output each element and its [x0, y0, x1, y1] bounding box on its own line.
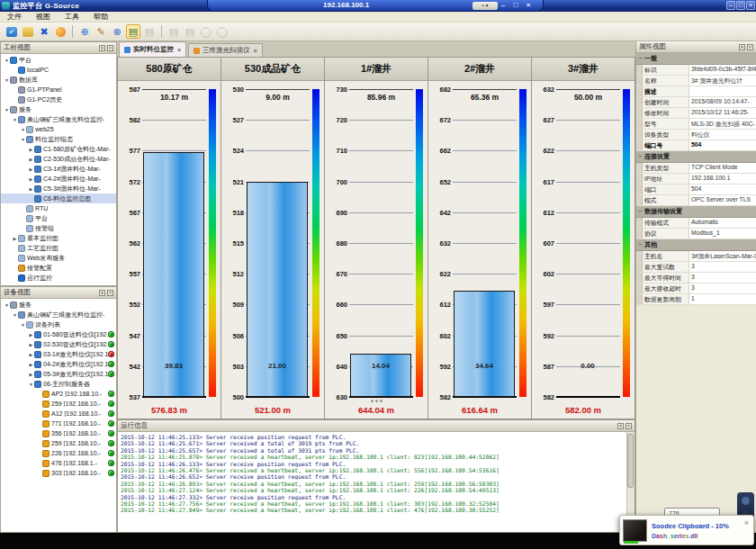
- tree-item[interactable]: ▼平台: [1, 55, 116, 65]
- user-online-icon[interactable]: ✔: [4, 24, 19, 39]
- tree-item[interactable]: ▼服务: [1, 104, 116, 114]
- property-row[interactable]: 最大重试数3: [636, 262, 756, 273]
- tree-item[interactable]: ▼料位监控组态: [1, 134, 116, 144]
- rdp-minimize-button[interactable]: –: [498, 1, 508, 9]
- tree-item[interactable]: ▶01-580雷达料位仪[192.16-: [1, 329, 116, 339]
- tree-item[interactable]: localPC: [1, 65, 116, 75]
- property-row[interactable]: 创建时间2015/08/09 10:14:47-: [636, 97, 756, 108]
- add-icon[interactable]: ⊕: [77, 24, 92, 39]
- tab-close-icon[interactable]: ×: [254, 48, 257, 54]
- panel-pin-icon[interactable]: ▾: [99, 45, 105, 51]
- tree-item[interactable]: A12 [192.168.10.-: [1, 409, 116, 418]
- tree-item[interactable]: ▼06-主控制服务器: [1, 379, 116, 389]
- tree-item[interactable]: ▼数据库: [1, 75, 116, 85]
- delete-icon[interactable]: ⊗: [110, 24, 124, 39]
- collapse-icon[interactable]: ▼: [4, 302, 10, 308]
- tab-2[interactable]: 三维激光扫描仪×: [188, 43, 263, 57]
- collapse-icon[interactable]: ▼: [20, 127, 26, 132]
- property-row[interactable]: 修改时间2015/10/12 11:46:25-: [636, 108, 756, 119]
- expand-icon[interactable]: ▶: [28, 342, 34, 347]
- tree-item[interactable]: ▶02-530雷达料位仪[192.16-: [1, 339, 116, 349]
- property-section[interactable]: −连接设置: [636, 151, 756, 163]
- property-section[interactable]: −数据传输设置: [636, 206, 756, 218]
- expand-icon[interactable]: ▶: [28, 362, 34, 367]
- property-section[interactable]: −其他: [636, 239, 756, 251]
- disconnect-icon[interactable]: ✖: [37, 24, 51, 39]
- property-row[interactable]: 主机类型TCP Client Mode: [636, 163, 756, 174]
- collapse-icon[interactable]: ▼: [28, 382, 34, 387]
- alarm-bell-icon[interactable]: [53, 24, 68, 39]
- property-row[interactable]: 传输模式Automatic: [636, 218, 756, 229]
- expand-icon[interactable]: ▶: [28, 176, 34, 182]
- tree-item[interactable]: 报警配置: [1, 263, 116, 273]
- minimize-button[interactable]: –: [726, 1, 735, 10]
- tree-item[interactable]: ▼吴山铜矿三维激光料位监控-: [1, 114, 116, 124]
- form-view-icon[interactable]: ▤: [126, 24, 140, 39]
- section-collapse-icon[interactable]: −: [636, 154, 644, 159]
- property-row[interactable]: 协议Modbus_1: [636, 229, 756, 239]
- tree-item[interactable]: 工艺监控图: [1, 243, 116, 253]
- close-button[interactable]: ×: [746, 1, 755, 10]
- property-row[interactable]: 标识3fde4d09-0c3b-45f7-8f4c-: [636, 65, 756, 76]
- property-row[interactable]: 数据更新周期1: [636, 294, 756, 305]
- restore-button[interactable]: □: [736, 1, 745, 10]
- collapse-icon[interactable]: ▼: [12, 117, 18, 122]
- rdp-pin-controls[interactable]: ▪ ▾: [472, 2, 498, 10]
- edit-icon[interactable]: ✎: [94, 24, 108, 39]
- section-collapse-icon[interactable]: −: [636, 209, 644, 214]
- section-collapse-icon[interactable]: −: [636, 242, 644, 248]
- menu-item-帮助[interactable]: 帮助: [86, 12, 115, 22]
- rdp-close-button[interactable]: ×: [523, 1, 534, 9]
- collapse-icon[interactable]: ▼: [20, 322, 26, 328]
- tree-item[interactable]: 259 [192.168.10.-: [1, 399, 116, 409]
- menu-item-工具[interactable]: 工具: [58, 12, 86, 22]
- tree-item[interactable]: ▼吴山铜矿三维激光料位监控-: [1, 310, 116, 320]
- property-row[interactable]: 端口号504: [636, 140, 756, 151]
- property-row[interactable]: 描述: [636, 86, 756, 97]
- menu-item-视图[interactable]: 视图: [29, 12, 58, 22]
- property-row[interactable]: IP地址192.168.100.1: [636, 174, 756, 184]
- collapse-icon[interactable]: ▼: [4, 107, 10, 112]
- tree-item[interactable]: ▼web25: [1, 124, 116, 134]
- tree-item[interactable]: ▶C4-2#溜井料位-Mar-: [1, 174, 116, 184]
- panel-close-icon[interactable]: ×: [626, 423, 632, 429]
- tree-item[interactable]: 259 [192.168.10.-: [1, 438, 116, 448]
- panel-close-icon[interactable]: ×: [107, 290, 113, 296]
- property-row[interactable]: 主机名3#溜井LaserScan-Mar-01-: [636, 251, 756, 262]
- tree-item[interactable]: AP2 [192.168.10.-: [1, 389, 116, 399]
- tree-item[interactable]: 226 [192.168.10.-: [1, 448, 116, 458]
- expand-icon[interactable]: ▶: [28, 166, 34, 172]
- expand-icon[interactable]: ▶: [28, 157, 34, 162]
- tree-item[interactable]: ▶05-3#激光料位仪[192.16-: [1, 369, 116, 379]
- expand-icon[interactable]: ▶: [28, 352, 34, 357]
- collapse-icon[interactable]: ▼: [20, 137, 26, 142]
- panel-pin-icon[interactable]: ▾: [617, 423, 624, 429]
- section-collapse-icon[interactable]: −: [636, 56, 644, 61]
- tree-item[interactable]: ▶C2-530成品仓料位-Mar-: [1, 154, 116, 164]
- tree-item[interactable]: G1-PTPanel: [1, 85, 116, 94]
- toast-close-icon[interactable]: ×: [742, 518, 751, 527]
- property-row[interactable]: 名称3# 溜井激光料位计: [636, 76, 756, 86]
- tree-item[interactable]: ▶03-1#激光料位仪[192.16-: [1, 349, 116, 359]
- menu-item-文件[interactable]: 文件: [0, 12, 29, 22]
- tree-item[interactable]: ▶基本监控图: [1, 233, 116, 243]
- expand-icon[interactable]: ▶: [28, 186, 34, 192]
- tree-item[interactable]: ▶04-2#激光料位仪[192.16-: [1, 359, 116, 369]
- collapse-icon[interactable]: ▼: [4, 77, 10, 83]
- property-row[interactable]: 型号MLS-3D 激光扫描 40C-: [636, 119, 756, 130]
- panel-pin-icon[interactable]: ▾: [739, 44, 745, 50]
- tree-item[interactable]: ▶C3-1#溜井料位-Mar-: [1, 164, 116, 174]
- tree-item[interactable]: 报警组: [1, 223, 116, 233]
- tab-close-icon[interactable]: ×: [177, 47, 181, 53]
- tree-item[interactable]: 771 [192.168.10.-: [1, 418, 116, 428]
- collapse-icon[interactable]: ▼: [12, 312, 18, 318]
- collapse-icon[interactable]: ▼: [4, 58, 10, 63]
- clipboard-toast[interactable]: Soodee Clipboard - 10% Dash_series.dll ×: [619, 515, 754, 545]
- rdp-restore-button[interactable]: □: [510, 1, 521, 9]
- tree-item[interactable]: 303 [192.168.10.-: [1, 468, 116, 478]
- expand-icon[interactable]: ▶: [28, 332, 34, 338]
- expand-icon[interactable]: ▶: [28, 147, 34, 152]
- property-row[interactable]: 模式OPC Server over TLS: [636, 195, 756, 206]
- panel-close-icon[interactable]: ×: [747, 44, 753, 50]
- tree-item[interactable]: G1-PC2历史: [1, 94, 116, 104]
